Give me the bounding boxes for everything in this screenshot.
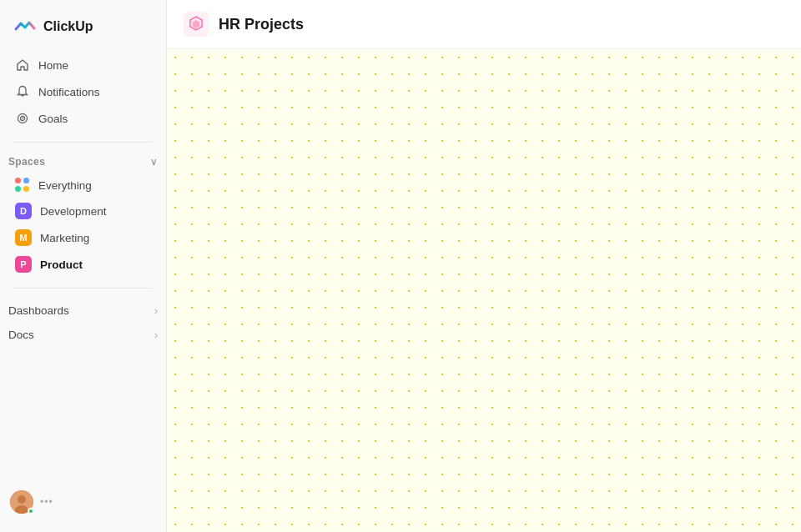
spaces-list: Everything D Development M Marketing P P…	[0, 173, 166, 278]
nav-item-home[interactable]: Home	[7, 52, 159, 78]
dashboards-label: Dashboards	[8, 304, 69, 317]
divider-1	[13, 142, 153, 143]
user-status-dot	[28, 508, 34, 514]
docs-item[interactable]: Docs ›	[0, 323, 166, 347]
space-item-marketing[interactable]: M Marketing	[7, 224, 159, 251]
main-header: HR Projects	[167, 0, 801, 49]
space-item-development[interactable]: D Development	[7, 198, 159, 224]
sidebar-navigation: Home Notifications Goals	[0, 52, 166, 132]
nav-notifications-label: Notifications	[38, 86, 100, 98]
space-development-avatar: D	[15, 203, 32, 219]
nav-item-goals[interactable]: Goals	[7, 105, 159, 132]
user-avatar-container	[10, 490, 33, 514]
space-product-avatar: P	[15, 256, 32, 273]
space-development-label: Development	[40, 205, 107, 218]
logo-text: ClickUp	[43, 19, 93, 34]
space-product-label: Product	[40, 258, 83, 271]
spaces-label: Spaces	[8, 156, 45, 168]
space-marketing-avatar: M	[15, 229, 32, 246]
hr-projects-icon	[184, 12, 209, 37]
sidebar-logo[interactable]: ClickUp	[0, 10, 166, 52]
docs-chevron-icon: ›	[154, 329, 158, 341]
dashboards-item[interactable]: Dashboards ›	[0, 299, 166, 323]
bell-icon	[15, 84, 30, 99]
docs-label: Docs	[8, 329, 34, 341]
user-menu-dots[interactable]: •••	[40, 496, 53, 508]
nav-home-label: Home	[38, 59, 68, 72]
sidebar-user-area[interactable]: •••	[0, 482, 166, 522]
divider-2	[13, 288, 153, 289]
nav-goals-label: Goals	[38, 113, 68, 125]
spaces-chevron-icon: ∨	[150, 156, 158, 168]
clickup-logo-icon	[13, 15, 37, 38]
everything-icon	[15, 178, 30, 193]
page-title: HR Projects	[219, 16, 304, 33]
home-icon	[15, 58, 30, 73]
spaces-header[interactable]: Spaces ∨	[0, 153, 166, 173]
dashboards-chevron-icon: ›	[154, 305, 158, 317]
goals-icon	[15, 111, 30, 126]
main-content: HR Projects	[167, 0, 801, 532]
space-everything-label: Everything	[38, 179, 92, 192]
svg-point-2	[22, 118, 23, 119]
main-body	[167, 49, 801, 532]
nav-item-notifications[interactable]: Notifications	[7, 78, 159, 105]
space-marketing-label: Marketing	[40, 232, 89, 244]
sidebar: ClickUp Home Notifications	[0, 0, 167, 532]
space-item-everything[interactable]: Everything	[7, 173, 159, 198]
space-item-product[interactable]: P Product	[7, 251, 159, 278]
svg-point-4	[18, 495, 26, 504]
